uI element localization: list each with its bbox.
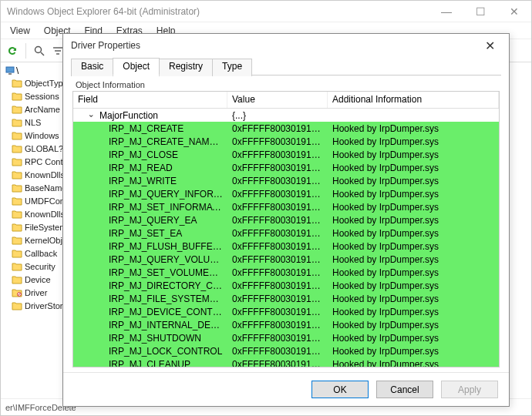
cell-field: IRP_MJ_CREATE bbox=[73, 123, 227, 134]
tree-node[interactable]: ArcName bbox=[12, 102, 62, 116]
tree-node[interactable]: GLOBAL?? bbox=[12, 142, 62, 155]
tree-node[interactable]: RPC Control bbox=[12, 155, 62, 168]
tree-root[interactable]: \ bbox=[1, 65, 62, 76]
grid-row[interactable]: IRP_MJ_WRITE0xFFFFF80030191E30Hooked by … bbox=[73, 174, 499, 187]
folder-icon bbox=[12, 118, 22, 127]
tab-basic[interactable]: Basic bbox=[71, 59, 113, 76]
tree-node[interactable]: KnownDlls bbox=[12, 207, 62, 220]
cell-value: 0xFFFFF80030191E30 bbox=[227, 294, 328, 304]
tree-node[interactable]: DriverStores bbox=[12, 299, 62, 312]
grid-row[interactable]: IRP_MJ_CREATE0xFFFFF80030191E30Hooked by… bbox=[73, 122, 499, 135]
search-icon[interactable] bbox=[32, 44, 46, 58]
grid-row[interactable]: IRP_MJ_FILE_SYSTEM_CONTR...0xFFFFF800301… bbox=[73, 292, 499, 305]
maximize-button[interactable]: ☐ bbox=[463, 1, 497, 22]
cell-value: 0xFFFFF80030191E30 bbox=[227, 241, 328, 252]
grid-row[interactable]: IRP_MJ_SET_INFORMATION0xFFFFF80030191E30… bbox=[73, 200, 499, 213]
cancel-button[interactable]: Cancel bbox=[376, 381, 433, 398]
toolbar-separator bbox=[25, 43, 26, 59]
cell-value: 0xFFFFF80030191E30 bbox=[227, 333, 328, 344]
tree-node[interactable]: UMDFCommunicationPorts bbox=[12, 194, 62, 207]
tree-node[interactable]: NLS bbox=[12, 116, 62, 129]
tree-node[interactable]: Driver bbox=[12, 286, 62, 299]
cell-info: Hooked by IrpDumper.sys bbox=[328, 202, 499, 213]
cell-info: Hooked by IrpDumper.sys bbox=[328, 320, 499, 330]
tree-node-label: FileSystem bbox=[25, 223, 62, 232]
cell-info: Hooked by IrpDumper.sys bbox=[328, 280, 499, 291]
tree-node[interactable]: FileSystem bbox=[12, 220, 62, 233]
tab-object[interactable]: Object bbox=[113, 58, 160, 75]
dialog-close-button[interactable]: ✕ bbox=[478, 39, 501, 53]
tree-root-label: \ bbox=[16, 65, 19, 76]
cell-field: IRP_MJ_SHUTDOWN bbox=[73, 333, 227, 344]
tree-panel: \ ObjectTypesSessionsArcNameNLSWindowsGL… bbox=[1, 62, 62, 398]
folder-icon bbox=[12, 144, 22, 153]
tree-node[interactable]: KernelObjects bbox=[12, 233, 62, 247]
object-info-group: Field Value Additional Information ›Majo… bbox=[72, 91, 500, 367]
grid-row[interactable]: IRP_MJ_DEVICE_CONTROL0xFFFFF80030191E30H… bbox=[73, 305, 499, 318]
grid-row[interactable]: IRP_MJ_INTERNAL_DEVICE_C...0xFFFFF800301… bbox=[73, 318, 499, 331]
grid-row[interactable]: IRP_MJ_QUERY_INFORMATION0xFFFFF80030191E… bbox=[73, 187, 499, 200]
cell-info: Hooked by IrpDumper.sys bbox=[328, 123, 499, 134]
driver-properties-dialog: Driver Properties ✕ Basic Object Registr… bbox=[62, 33, 510, 407]
folder-icon bbox=[12, 210, 22, 219]
grid-row[interactable]: IRP_MJ_DIRECTORY_CONTROL0xFFFFF80030191E… bbox=[73, 279, 499, 292]
grid-row[interactable]: IRP_MJ_QUERY_VOLUME_INF...0xFFFFF8003019… bbox=[73, 253, 499, 266]
grid-body[interactable]: ›MajorFunction {...} IRP_MJ_CREATE0xFFFF… bbox=[73, 109, 499, 367]
grid-row[interactable]: IRP_MJ_CLOSE0xFFFFF80030191E30Hooked by … bbox=[73, 148, 499, 161]
grid-row[interactable]: IRP_MJ_SET_EA0xFFFFF80030191E30Hooked by… bbox=[73, 226, 499, 240]
apply-button[interactable]: Apply bbox=[441, 381, 498, 398]
grid-row[interactable]: IRP_MJ_SHUTDOWN0xFFFFF80030191E30Hooked … bbox=[73, 331, 499, 344]
desktop-icon bbox=[5, 66, 15, 75]
menu-view[interactable]: View bbox=[4, 24, 36, 38]
cell-value: 0xFFFFF80030191E30 bbox=[227, 163, 328, 173]
cell-info: Hooked by IrpDumper.sys bbox=[328, 241, 499, 252]
dialog-tabs: Basic Object Registry Type bbox=[71, 57, 501, 75]
cell-field: IRP_MJ_LOCK_CONTROL bbox=[73, 346, 227, 357]
col-field[interactable]: Field bbox=[73, 92, 227, 108]
cell-field: IRP_MJ_CREATE_NAMED_PIPE bbox=[73, 136, 227, 147]
col-info[interactable]: Additional Information bbox=[328, 92, 499, 108]
cell-field: IRP_MJ_WRITE bbox=[73, 176, 227, 186]
cell-info: Hooked by IrpDumper.sys bbox=[328, 294, 499, 304]
tree-node-label: UMDFCommunicationPorts bbox=[25, 196, 62, 206]
tree-children: ObjectTypesSessionsArcNameNLSWindowsGLOB… bbox=[1, 76, 62, 312]
folder-icon bbox=[12, 79, 22, 88]
tree-node-label: KnownDlls bbox=[25, 210, 62, 219]
tree-node-label: Sessions bbox=[25, 92, 59, 101]
refresh-icon[interactable] bbox=[5, 44, 19, 58]
tree-node-label: KnownDlls32 bbox=[25, 170, 62, 179]
tree-node[interactable]: Callback bbox=[12, 247, 62, 260]
tree-node[interactable]: Sessions bbox=[12, 89, 62, 102]
chevron-down-icon[interactable]: › bbox=[87, 110, 96, 121]
grid-row[interactable]: IRP_MJ_QUERY_EA0xFFFFF80030191E30Hooked … bbox=[73, 213, 499, 226]
col-value[interactable]: Value bbox=[227, 92, 328, 108]
grid-row[interactable]: IRP_MJ_FLUSH_BUFFERS0xFFFFF80030191E30Ho… bbox=[73, 240, 499, 253]
grid-parent-row[interactable]: ›MajorFunction {...} bbox=[73, 109, 499, 122]
grid-row[interactable]: IRP_MJ_READ0xFFFFF80030191E30Hooked by I… bbox=[73, 161, 499, 174]
tree-node[interactable]: Device bbox=[12, 273, 62, 286]
folder-icon bbox=[12, 236, 22, 245]
cell-field: IRP_MJ_DEVICE_CONTROL bbox=[73, 307, 227, 317]
folder-icon bbox=[12, 157, 22, 166]
tree-node[interactable]: Windows bbox=[12, 129, 62, 142]
tab-registry[interactable]: Registry bbox=[159, 59, 213, 76]
close-button[interactable]: ✕ bbox=[497, 1, 531, 22]
tree-node[interactable]: KnownDlls32 bbox=[12, 168, 62, 181]
cell-field: IRP_MJ_SET_EA bbox=[73, 228, 227, 239]
tab-type[interactable]: Type bbox=[212, 59, 252, 76]
cell-field: IRP_MJ_FILE_SYSTEM_CONTR... bbox=[73, 294, 227, 304]
folder-icon bbox=[12, 183, 22, 193]
grid-row[interactable]: IRP_MJ_SET_VOLUME_INFOR...0xFFFFF8003019… bbox=[73, 266, 499, 279]
tree-node[interactable]: ObjectTypes bbox=[12, 76, 62, 89]
grid-row[interactable]: IRP_MJ_LOCK_CONTROL0xFFFFF80030191E30Hoo… bbox=[73, 344, 499, 357]
tree-node[interactable]: BaseNamedObjects bbox=[12, 181, 62, 194]
minimize-button[interactable]: — bbox=[429, 1, 463, 22]
grid-row[interactable]: IRP_MJ_CREATE_NAMED_PIPE0xFFFFF80030191E… bbox=[73, 135, 499, 148]
dialog-body: Basic Object Registry Type Object Inform… bbox=[63, 57, 509, 372]
cell-info: Hooked by IrpDumper.sys bbox=[328, 228, 499, 239]
grid-row[interactable]: IRP_MJ_CLEANUP0xFFFFF80030191E30Hooked b… bbox=[73, 357, 499, 367]
ok-button[interactable]: OK bbox=[311, 381, 369, 398]
tree-node[interactable]: Security bbox=[12, 260, 62, 273]
cell-value: 0xFFFFF80030191E30 bbox=[227, 254, 328, 265]
cell-value: 0xFFFFF80030191E30 bbox=[227, 176, 328, 186]
